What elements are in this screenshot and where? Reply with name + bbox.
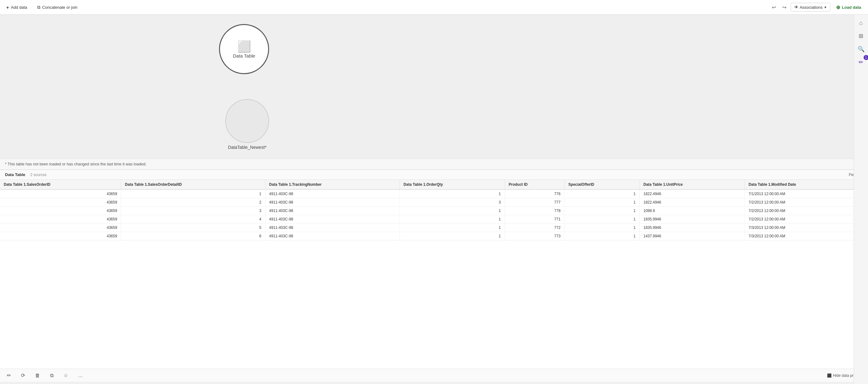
- table-cell: 43659: [0, 198, 121, 207]
- eye-icon: 👁: [794, 5, 799, 10]
- col-header-specialofferid: SpecialOfferID: [564, 180, 640, 190]
- data-table-node[interactable]: ⬜ Data Table: [219, 24, 269, 74]
- load-data-icon: ⊕: [836, 4, 840, 10]
- table-cell: 1: [564, 198, 640, 207]
- redo-button[interactable]: ↪: [780, 3, 788, 11]
- home-panel-button[interactable]: ⌂: [855, 17, 867, 29]
- load-data-button[interactable]: ⊕ Load data: [833, 3, 864, 12]
- table-cell: 1: [564, 224, 640, 232]
- col-header-modifieddate: Data Table 1.Modified Date: [745, 180, 868, 190]
- badge-count: 1: [864, 55, 868, 60]
- add-data-label: Add data: [11, 5, 27, 10]
- warning-text: * This table has not been loaded or has …: [5, 162, 147, 166]
- table-cell: 1835.9946: [640, 224, 745, 232]
- newest-table-circle: [225, 99, 269, 143]
- table-cell: 7/1/2013 12:00:00 AM: [745, 190, 868, 198]
- right-panel: ⌂ ⊞ 🔍 ✏ 1: [854, 15, 868, 384]
- table-cell: 7/2/2013 12:00:00 AM: [745, 215, 868, 224]
- table-row: 4365944911-403C-98177111835.99467/2/2013…: [0, 215, 868, 224]
- star-tool-button[interactable]: ☆: [62, 371, 70, 380]
- table-cell: 4911-403C-98: [265, 215, 400, 224]
- load-data-label: Load data: [842, 5, 861, 10]
- add-data-button[interactable]: + Add data: [4, 3, 30, 11]
- header-row: Data Table 1.SalesOrderID Data Table 1.S…: [0, 180, 868, 190]
- table-cell: 7/3/2013 12:00:00 AM: [745, 224, 868, 232]
- newest-table-node[interactable]: DataTable_Newest*: [225, 99, 269, 150]
- col-header-trackingnumber: Data Table 1.TrackingNumber: [265, 180, 400, 190]
- table-cell: 1: [400, 215, 505, 224]
- table-cell: 1835.9946: [640, 215, 745, 224]
- preview-table-name: Data Table: [5, 172, 25, 177]
- col-header-orderqty: Data Table 1.OrderQty: [400, 180, 505, 190]
- data-preview-panel: Data Table 2 sources Fields: 8 Data Tabl…: [0, 169, 868, 382]
- table-cell: 1: [564, 232, 640, 241]
- concat-join-button[interactable]: ⧉ Concatenate or join: [35, 3, 80, 11]
- table-cell: 1098.9: [640, 207, 745, 215]
- table-cell: 1: [400, 232, 505, 241]
- associations-label: Associations: [800, 5, 823, 10]
- table-cell: 1: [564, 207, 640, 215]
- preview-header-left: Data Table 2 sources: [5, 172, 46, 177]
- table-row: 4365934911-403C-98177811098.97/2/2013 12…: [0, 207, 868, 215]
- table-cell: 3: [400, 198, 505, 207]
- table-row: 4365964911-403C-98177311437.99467/3/2013…: [0, 232, 868, 241]
- table-cell: 43659: [0, 190, 121, 198]
- table-icon: ⬜: [237, 40, 251, 53]
- more-tool-button[interactable]: …: [76, 372, 85, 380]
- filter-tool-button[interactable]: ⧉: [48, 372, 55, 380]
- table-cell: 4911-403C-98: [265, 190, 400, 198]
- table-cell: 2: [121, 198, 265, 207]
- col-header-salesorderdetailid: Data Table 1.SalesOrderDetailID: [121, 180, 265, 190]
- table-cell: 1: [400, 224, 505, 232]
- table-cell: 5: [121, 224, 265, 232]
- pencil-badge-container: ✏ 1: [855, 56, 867, 68]
- table-header: Data Table 1.SalesOrderID Data Table 1.S…: [0, 180, 868, 190]
- table-cell: 43659: [0, 232, 121, 241]
- table-row: 4365914911-403C-98177611822.49467/1/2013…: [0, 190, 868, 198]
- data-table-circle: ⬜ Data Table: [219, 24, 269, 74]
- table-cell: 43659: [0, 215, 121, 224]
- table-cell: 1: [400, 190, 505, 198]
- concat-join-label: Concatenate or join: [42, 5, 78, 10]
- undo-button[interactable]: ↩: [770, 3, 778, 11]
- associations-button[interactable]: 👁 Associations ▼: [791, 3, 831, 11]
- table-cell: 773: [505, 232, 564, 241]
- table-cell: 771: [505, 215, 564, 224]
- table-cell: 7/2/2013 12:00:00 AM: [745, 198, 868, 207]
- preview-sources: 2 sources: [30, 172, 46, 177]
- warning-bar: * This table has not been loaded or has …: [0, 159, 868, 169]
- col-header-unitprice: Data Table 1.UnitPrice: [640, 180, 745, 190]
- grid-panel-button[interactable]: ⊞: [855, 30, 867, 42]
- hide-preview-icon: ⬛: [827, 373, 832, 378]
- table-cell: 1: [564, 215, 640, 224]
- table-cell: 777: [505, 198, 564, 207]
- main-toolbar: + Add data ⧉ Concatenate or join ↩ ↪ 👁 A…: [0, 0, 868, 15]
- col-header-salesorderid: Data Table 1.SalesOrderID: [0, 180, 121, 190]
- table-cell: 4911-403C-98: [265, 224, 400, 232]
- search-panel-button[interactable]: 🔍: [855, 43, 867, 55]
- plus-icon: +: [6, 5, 9, 10]
- newest-table-label: DataTable_Newest*: [228, 145, 267, 150]
- toolbar-right: ↩ ↪ 👁 Associations ▼ ⊕ Load data: [770, 3, 864, 12]
- table-body: 4365914911-403C-98177611822.49467/1/2013…: [0, 190, 868, 241]
- bottom-toolbar: ✏ ⟳ 🗑 ⧉ ☆ … ⬛ Hide data preview: [0, 369, 868, 382]
- preview-header: Data Table 2 sources Fields: 8: [0, 170, 868, 180]
- refresh-tool-button[interactable]: ⟳: [19, 371, 27, 380]
- table-cell: 772: [505, 224, 564, 232]
- table-cell: 1: [564, 190, 640, 198]
- trash-tool-button[interactable]: 🗑: [33, 372, 42, 380]
- edit-tool-button[interactable]: ✏: [5, 371, 13, 380]
- table-cell: 4911-403C-98: [265, 207, 400, 215]
- table-cell: 3: [121, 207, 265, 215]
- data-table-inner-label: Data Table: [233, 53, 255, 59]
- table-cell: 43659: [0, 224, 121, 232]
- canvas-area: ⬜ Data Table DataTable_Newest*: [0, 15, 868, 159]
- col-header-productid: Product ID: [505, 180, 564, 190]
- table-cell: 7/2/2013 12:00:00 AM: [745, 207, 868, 215]
- bottom-tools-left: ✏ ⟳ 🗑 ⧉ ☆ …: [5, 371, 85, 380]
- table-row: 4365924911-403C-98377711822.49467/2/2013…: [0, 198, 868, 207]
- data-table-container[interactable]: Data Table 1.SalesOrderID Data Table 1.S…: [0, 180, 868, 369]
- table-cell: 4911-403C-98: [265, 232, 400, 241]
- table-cell: 4: [121, 215, 265, 224]
- table-cell: 6: [121, 232, 265, 241]
